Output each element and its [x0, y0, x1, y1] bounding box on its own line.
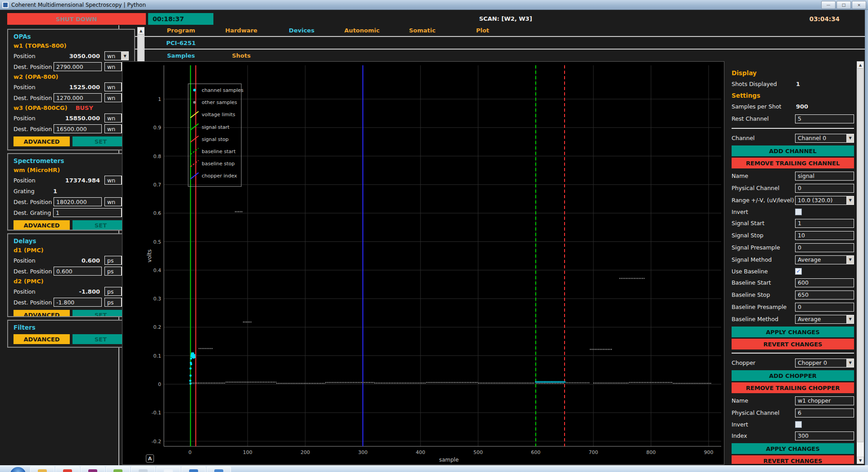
d1-position-row: Position 0.600 ps▼: [14, 255, 129, 266]
x-tick-label: 100: [243, 449, 253, 455]
legend-label: voltage limits: [202, 112, 235, 118]
signal-start-input[interactable]: 1: [795, 219, 854, 228]
taskbar-item-gray-app-icon[interactable]: [131, 467, 155, 472]
apply-changes-button[interactable]: APPLY CHANGES: [732, 327, 854, 337]
signal-stop-input[interactable]: 10: [795, 231, 854, 240]
scroll-down-icon[interactable]: ▼: [857, 457, 864, 464]
chopper-invert-checkbox[interactable]: [795, 421, 802, 428]
w1-dest-position-input[interactable]: 2790.000: [54, 62, 102, 71]
taskbar-item-purple-app-icon[interactable]: [81, 467, 105, 472]
d2-dest-position-input[interactable]: -1.800: [54, 298, 102, 307]
autoscale-button[interactable]: A: [146, 454, 154, 463]
x-tick-label: 200: [301, 449, 310, 455]
restore-button[interactable]: □: [836, 1, 851, 9]
settings-scrollbar[interactable]: ▲ ▼: [857, 61, 864, 464]
y-tick-label: -0.1: [152, 410, 161, 416]
chopper-apply-changes-button[interactable]: APPLY CHANGES: [732, 443, 854, 454]
taskbar-item-green-app-icon[interactable]: [106, 467, 130, 472]
baseline-stop-input[interactable]: 650: [795, 290, 854, 300]
remove-trailing-chopper-button[interactable]: REMOVE TRAILING CHOPPER: [732, 382, 854, 393]
invert-checkbox[interactable]: [795, 209, 802, 215]
w2-dest-position-input[interactable]: 1270.000: [54, 93, 102, 102]
filters-advanced-button[interactable]: ADVANCED: [14, 334, 70, 344]
tab-program[interactable]: Program: [151, 27, 211, 34]
x-axis-title: sample: [439, 457, 459, 463]
physical-channel-row: Physical Channel 0: [732, 182, 854, 194]
channel-select[interactable]: Channel 0▼: [795, 134, 854, 143]
scroll-up-icon[interactable]: ▲: [137, 27, 145, 34]
tab-autonomic[interactable]: Autonomic: [332, 27, 392, 34]
physical-channel-input[interactable]: 0: [795, 184, 854, 193]
channel-value: Channel 0: [796, 135, 826, 141]
spectrometers-header: Spectrometers: [14, 156, 129, 165]
revert-changes-button[interactable]: REVERT CHANGES: [732, 339, 854, 349]
chopper-name-row: Name w1 chopper: [732, 395, 854, 407]
plot-canvas[interactable]: 010020030040050060070080090010.90.80.70.…: [122, 61, 724, 465]
wm-dest-grating-select[interactable]: 1▼: [53, 208, 129, 217]
use-baseline-checkbox[interactable]: [795, 268, 802, 275]
field-label: Use Baseline: [732, 268, 795, 275]
spectrometers-set-button[interactable]: SET: [72, 220, 129, 230]
taskbar-item-console-app-icon[interactable]: [181, 467, 206, 472]
chopper-name-input[interactable]: w1 chopper: [795, 396, 854, 405]
w1-header: w1 (TOPAS-800): [14, 41, 129, 50]
tab-hardware[interactable]: Hardware: [211, 27, 271, 34]
main-tab-bar: Program Hardware Devices Autonomic Somat…: [151, 27, 513, 34]
filters-set-button[interactable]: SET: [72, 334, 129, 344]
remove-trailing-channel-button[interactable]: REMOVE TRAILING CHANNEL: [732, 158, 854, 168]
minimize-button[interactable]: —: [821, 1, 836, 9]
shutdown-button[interactable]: SHUT DOWN: [7, 13, 146, 25]
field-label: Dest. Position: [14, 299, 52, 306]
opas-header: OPAs: [14, 32, 129, 41]
chopper-select[interactable]: Chopper 0▼: [795, 359, 854, 368]
scroll-up-icon[interactable]: ▲: [857, 61, 864, 68]
signal-method-select[interactable]: Average▼: [795, 255, 854, 264]
baseline-start-input[interactable]: 600: [795, 278, 854, 287]
chopper-index-input[interactable]: 300: [795, 431, 854, 440]
taskbar-item-red-app-icon[interactable]: [55, 467, 80, 472]
channel-name-input[interactable]: signal: [795, 172, 854, 181]
chopper-physical-channel-input[interactable]: 6: [795, 408, 854, 418]
opas-advanced-button[interactable]: ADVANCED: [14, 136, 70, 146]
tab-shots[interactable]: Shots: [211, 52, 271, 59]
spectrometers-advanced-button[interactable]: ADVANCED: [14, 220, 70, 230]
delays-advanced-button[interactable]: ADVANCED: [14, 310, 70, 317]
delays-set-button[interactable]: SET: [72, 310, 129, 317]
w1-units-select[interactable]: wn▼: [104, 51, 129, 60]
window-title: Coherent Multidimensional Spectroscopy |…: [11, 2, 146, 8]
invert-row: Invert: [732, 206, 854, 217]
scrollbar-thumb[interactable]: [857, 68, 863, 442]
channel-sample-dot: [189, 380, 191, 382]
w3-position-value: 15850.000: [52, 115, 102, 122]
tab-samples[interactable]: Samples: [151, 52, 211, 59]
add-channel-button[interactable]: ADD CHANNEL: [732, 145, 854, 156]
d2-header: d2 (PMC): [14, 277, 129, 286]
tab-plot[interactable]: Plot: [452, 27, 513, 34]
w3-busy-badge: BUSY: [76, 104, 93, 111]
close-button[interactable]: ×: [852, 1, 866, 9]
field-label: Position: [14, 53, 52, 59]
tab-pci-6251[interactable]: PCI-6251: [151, 40, 211, 46]
rest-channel-input[interactable]: 5: [795, 114, 854, 123]
field-label: Baseline Method: [732, 316, 795, 322]
w3-dest-position-input[interactable]: 16500.000: [54, 124, 102, 133]
wm-dest-position-input[interactable]: 18020.000: [54, 197, 102, 206]
taskbar-item-folder-icon[interactable]: [30, 467, 54, 472]
start-button[interactable]: [10, 467, 26, 472]
chopper-revert-changes-button[interactable]: REVERT CHANGES: [732, 455, 854, 464]
tab-somatic[interactable]: Somatic: [392, 27, 452, 34]
add-chopper-button[interactable]: ADD CHOPPER: [732, 370, 854, 381]
signal-presample-input[interactable]: 0: [795, 243, 854, 252]
taskbar-item-white-app-icon[interactable]: [156, 467, 181, 472]
tab-separator: [122, 36, 865, 37]
field-label: Signal Stop: [732, 232, 795, 239]
opas-set-button[interactable]: SET: [72, 136, 129, 146]
d1-dest-position-input[interactable]: 0.600: [54, 267, 102, 276]
legend-label: chopper index: [202, 173, 237, 179]
range-select[interactable]: 10.0 (320.0)▼: [795, 196, 854, 205]
tab-devices[interactable]: Devices: [271, 27, 332, 34]
baseline-method-select[interactable]: Average▼: [795, 315, 854, 324]
taskbar-item-blue-app-icon[interactable]: [207, 467, 231, 472]
baseline-presample-input[interactable]: 0: [795, 303, 854, 312]
units-value: ps: [105, 257, 113, 264]
